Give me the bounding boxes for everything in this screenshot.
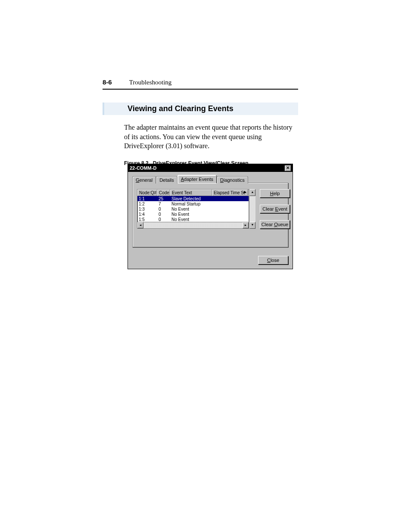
- tab-adapter-accel: A: [181, 177, 184, 182]
- horizontal-scrollbar[interactable]: ◄ ►: [137, 222, 249, 228]
- col-header-event-text[interactable]: Event Text: [170, 190, 212, 196]
- cell-node: 1:5: [137, 217, 157, 222]
- clear-event-pre: Clear: [262, 206, 275, 212]
- cell-code: 0: [157, 217, 170, 222]
- page-number: 8-6: [103, 78, 112, 86]
- tab-general[interactable]: General: [132, 176, 156, 184]
- cell-code: 25: [157, 196, 170, 201]
- tab-strip: General Details Adapter Events Diagnosti…: [132, 175, 288, 183]
- section-body: The adapter maintains an event queue tha…: [124, 123, 298, 151]
- tab-diag-label: iagnostics: [224, 177, 245, 183]
- section-heading-bar: Viewing and Clearing Events: [103, 103, 298, 115]
- cell-code: 0: [157, 207, 170, 212]
- help-button[interactable]: Help: [260, 189, 290, 198]
- help-label: elp: [274, 191, 280, 196]
- hscroll-track[interactable]: [143, 222, 243, 228]
- cell-event-text: No Event: [170, 207, 212, 212]
- cell-node: 1:1: [137, 196, 157, 201]
- col-header-node[interactable]: Node:Q#: [137, 190, 157, 196]
- tab-panel-adapter-events: Node:Q# Code Event Text Elapsed Time St: [132, 183, 288, 247]
- table-row[interactable]: 1:30No Event: [137, 206, 249, 212]
- section-heading: Viewing and Clearing Events: [107, 104, 296, 113]
- col-header-elapsed-time[interactable]: Elapsed Time St: [212, 190, 248, 196]
- col-header-elapsed-time-label: Elapsed Time St: [214, 190, 245, 195]
- grid-body: 1:125Slave Detected1:27Normal Startup1:3…: [137, 196, 249, 222]
- clear-event-post: vent: [278, 206, 287, 212]
- tab-adapter-label: dapter Events: [184, 177, 213, 182]
- header-rule: [103, 89, 298, 90]
- help-accel: H: [270, 191, 274, 196]
- dialog-window: 22-COMM-D ✕ General Details Adapter Even…: [128, 164, 293, 269]
- scroll-down-icon[interactable]: ▼: [249, 222, 255, 229]
- tab-adapter-events[interactable]: Adapter Events: [177, 175, 217, 183]
- grid-header-row: Node:Q# Code Event Text Elapsed Time St: [137, 190, 249, 196]
- event-grid[interactable]: Node:Q# Code Event Text Elapsed Time St: [137, 189, 255, 229]
- close-label: lose: [271, 258, 279, 263]
- scroll-left-icon[interactable]: ◄: [137, 222, 143, 228]
- window-title: 22-COMM-D: [130, 165, 156, 171]
- page-header: 8-6 Troubleshooting: [103, 78, 298, 86]
- scroll-up-icon[interactable]: ▲: [249, 189, 255, 196]
- cell-node: 1:3: [137, 207, 157, 212]
- tab-details-label: Details: [159, 177, 174, 183]
- tab-diagnostics[interactable]: Diagnostics: [217, 176, 248, 184]
- clear-queue-button[interactable]: Clear Queue: [260, 220, 290, 229]
- clear-queue-post: ueue: [278, 222, 288, 227]
- table-row[interactable]: 1:27Normal Startup: [137, 201, 249, 206]
- clear-event-button[interactable]: Clear Event: [260, 205, 290, 213]
- tab-general-label: eneral: [140, 177, 153, 183]
- chapter-title: Troubleshooting: [129, 79, 172, 86]
- vscroll-track[interactable]: [249, 196, 255, 222]
- sort-ascending-icon: [243, 191, 246, 193]
- table-row[interactable]: 1:50No Event: [137, 217, 249, 222]
- table-row[interactable]: 1:125Slave Detected: [137, 196, 249, 201]
- close-accel: C: [267, 258, 271, 263]
- close-icon[interactable]: ✕: [284, 165, 291, 171]
- clear-queue-accel: Q: [274, 222, 278, 227]
- cell-node: 1:4: [137, 212, 157, 217]
- clear-queue-pre: Clear: [262, 222, 274, 227]
- vertical-scrollbar[interactable]: ▲ ▼: [249, 189, 255, 229]
- titlebar[interactable]: 22-COMM-D ✕: [128, 164, 293, 172]
- clear-event-accel: E: [275, 206, 278, 212]
- table-row[interactable]: 1:40No Event: [137, 212, 249, 217]
- cell-event-text: No Event: [170, 217, 212, 222]
- tab-general-accel: G: [136, 177, 140, 183]
- scroll-right-icon[interactable]: ►: [243, 222, 249, 228]
- tab-diag-accel: D: [220, 177, 224, 183]
- cell-code: 7: [157, 202, 170, 206]
- cell-event-text: Normal Startup: [170, 202, 212, 206]
- cell-event-text: No Event: [170, 212, 212, 217]
- cell-code: 0: [157, 212, 170, 217]
- cell-node: 1:2: [137, 202, 157, 206]
- col-header-code[interactable]: Code: [157, 190, 170, 196]
- cell-event-text: Slave Detected: [170, 196, 212, 201]
- close-button[interactable]: Close: [258, 256, 288, 264]
- tab-details[interactable]: Details: [156, 176, 177, 184]
